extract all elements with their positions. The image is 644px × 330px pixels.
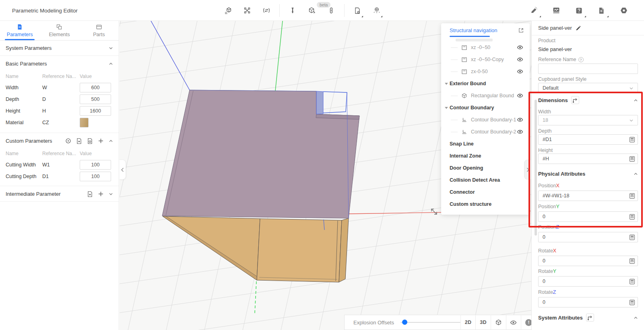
tab-elements[interactable]: Elements: [39, 21, 79, 40]
tree-item[interactable]: zx-0-50: [441, 66, 530, 78]
import-parameter-icon[interactable]: [87, 191, 93, 197]
formula-calculator-icon[interactable]: [629, 234, 635, 240]
rotate-z-input[interactable]: [538, 297, 638, 307]
formula-calculator-icon[interactable]: [629, 137, 635, 143]
material-render-icon[interactable]: [367, 0, 386, 21]
cube-view-button[interactable]: [491, 315, 506, 330]
custom-parameters-section[interactable]: Custom Parameters: [0, 133, 119, 148]
chevron-up-icon[interactable]: [634, 316, 638, 320]
toolbar-divider: [344, 4, 345, 17]
visibility-eye-icon[interactable]: [517, 92, 523, 99]
visibility-eye-icon[interactable]: [517, 56, 523, 63]
tab-parameters[interactable]: Parameters: [0, 21, 39, 40]
add-parameter-icon[interactable]: [98, 191, 104, 197]
tree-group-collision-detect-area[interactable]: Collision Detect Area: [441, 174, 530, 186]
document-icon[interactable]: [590, 0, 613, 21]
formula-calculator-icon[interactable]: [629, 279, 635, 285]
rename-pencil-icon[interactable]: [576, 25, 581, 31]
slider-handle[interactable]: [402, 320, 407, 325]
tab-parts[interactable]: Parts: [79, 21, 119, 40]
param-value-input[interactable]: [80, 94, 111, 104]
formula-calculator-icon[interactable]: [629, 299, 635, 305]
panel-title[interactable]: Structural navigation: [450, 27, 497, 33]
tree-group-exterior-bound[interactable]: Exterior Bound: [441, 78, 530, 90]
tree-item[interactable]: xz -0~50: [441, 41, 530, 53]
depth-input[interactable]: [538, 134, 638, 145]
material-swatch[interactable]: [80, 118, 89, 127]
swap-arrows-icon[interactable]: [257, 0, 276, 21]
section-title: Basic Parameters: [6, 61, 47, 67]
tree-item-label: Contour Boundary-2: [471, 129, 516, 135]
selected-side-panel[interactable]: [316, 91, 323, 114]
explosion-offset-slider[interactable]: [400, 322, 460, 323]
height-input[interactable]: [538, 154, 638, 164]
expand-panel-icon[interactable]: [518, 27, 524, 33]
visibility-eye-icon[interactable]: [517, 117, 523, 123]
tree-item[interactable]: Contour Boundary-1: [441, 114, 530, 126]
position-x-input[interactable]: [538, 191, 638, 201]
help-icon[interactable]: [568, 0, 590, 21]
help-question-icon[interactable]: ?: [578, 57, 584, 62]
product-label: Product: [538, 37, 555, 44]
intermediate-parameter-section[interactable]: Intermediate Parameter: [0, 186, 119, 201]
param-value-input[interactable]: [80, 172, 111, 181]
tree-group-contour-boundary[interactable]: Contour Boundary: [441, 102, 530, 114]
partially-scrolled-item: [456, 39, 493, 41]
tree-group-custom-structure[interactable]: Custom structure: [441, 198, 530, 210]
width-select[interactable]: 18: [538, 115, 638, 125]
panel-icon: [461, 69, 467, 75]
tree-group-snap-line[interactable]: Snap Line: [441, 138, 530, 150]
export-parameter-icon[interactable]: [87, 138, 93, 144]
system-parameters-section[interactable]: System Parameters: [0, 41, 119, 56]
position-z-input[interactable]: [538, 232, 638, 242]
visibility-eye-icon[interactable]: [517, 68, 523, 75]
view-2d-button[interactable]: 2D: [460, 315, 476, 330]
visibility-eye-icon[interactable]: [517, 129, 523, 135]
pushpin-icon[interactable]: [283, 0, 302, 21]
param-value-input[interactable]: [80, 160, 111, 170]
model-cube-dots-icon[interactable]: [218, 0, 237, 21]
formula-calculator-icon[interactable]: [629, 193, 635, 199]
rotate-y-input[interactable]: [538, 276, 638, 287]
right-panel-collapse-handle[interactable]: [524, 160, 531, 180]
system-link-button[interactable]: [586, 314, 594, 322]
position-y-input[interactable]: [538, 211, 638, 222]
view-3d-button[interactable]: 3D: [475, 315, 491, 330]
formula-calculator-icon[interactable]: [629, 156, 635, 162]
basic-parameters-section[interactable]: Basic Parameters: [0, 56, 119, 71]
cupboard-style-select[interactable]: Default: [538, 83, 638, 93]
visibility-button[interactable]: [506, 315, 521, 330]
configure-parameter-icon[interactable]: [65, 138, 71, 144]
export-document-icon[interactable]: [348, 0, 367, 21]
sidebar-collapse-handle[interactable]: [120, 160, 126, 180]
chevron-up-icon[interactable]: [634, 172, 638, 176]
top-panel-face[interactable]: [162, 90, 359, 218]
edit-pencil-icon[interactable]: [522, 0, 545, 21]
dimension-link-button[interactable]: [571, 96, 579, 104]
import-parameter-icon[interactable]: [76, 138, 82, 144]
tree-group-door-opening[interactable]: Door Opening: [441, 162, 530, 174]
tree-item[interactable]: Rectangular Bound: [441, 90, 530, 102]
param-value-input[interactable]: [80, 106, 111, 116]
panel-scrollbar[interactable]: [535, 100, 537, 236]
param-value-input[interactable]: [80, 83, 111, 92]
tree-group-internal-zone[interactable]: Internal Zone: [441, 150, 530, 162]
formula-calculator-icon[interactable]: [629, 214, 635, 220]
reference-name-input[interactable]: [538, 64, 638, 74]
monitor-chart-icon[interactable]: [545, 0, 568, 21]
cabinet-model[interactable]: [162, 90, 359, 282]
visibility-eye-icon[interactable]: [517, 44, 523, 51]
chevron-down-icon[interactable]: [109, 192, 113, 196]
chevron-up-icon[interactable]: [109, 139, 113, 143]
selected-part-title: Side panel-ver: [538, 25, 572, 31]
formula-calculator-icon[interactable]: [629, 258, 635, 264]
tree-item[interactable]: Contour Boundary-2: [441, 126, 530, 138]
rotate-x-input[interactable]: [538, 256, 638, 266]
tree-item[interactable]: xz -0~50-Copy: [441, 53, 530, 66]
position-y-label: PositionY: [538, 203, 559, 210]
tree-group-connector[interactable]: Connector: [441, 186, 530, 198]
settings-hexagon-icon[interactable]: [613, 0, 635, 21]
chevron-up-icon[interactable]: [634, 98, 638, 102]
add-parameter-icon[interactable]: [98, 138, 104, 144]
node-cluster-icon[interactable]: [237, 0, 257, 21]
